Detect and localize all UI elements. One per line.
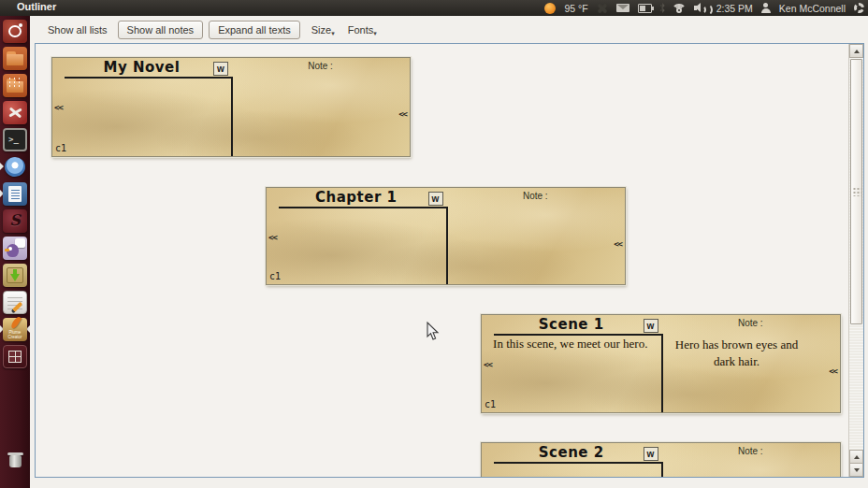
title-underline xyxy=(65,77,231,79)
system-tray: 95 °F 2:35 PM Ken McConnell xyxy=(544,0,864,16)
dash-home-icon[interactable] xyxy=(3,20,27,43)
note-label: Note : xyxy=(231,61,410,71)
card-tag: c1 xyxy=(485,399,496,409)
size-menu[interactable]: Size▾ xyxy=(310,22,337,38)
files-icon[interactable] xyxy=(3,47,27,70)
user-icon[interactable] xyxy=(761,3,771,13)
scroll-up-button-bottom[interactable] xyxy=(849,450,863,464)
system-settings-icon[interactable] xyxy=(3,101,27,124)
workspace-switcher-icon[interactable] xyxy=(3,345,27,368)
desktop: Outliner 95 °F 2:35 PM Ken McConnell >_ … xyxy=(0,0,868,488)
card-title[interactable]: My Novel xyxy=(52,59,231,76)
card-scene-1[interactable]: Scene 1 w Note : In this scene, we meet … xyxy=(481,314,841,413)
collapse-right-icon[interactable]: << xyxy=(829,366,837,376)
arrow-up-icon xyxy=(854,50,860,53)
collapse-right-icon[interactable]: << xyxy=(398,109,407,119)
scrivener-icon[interactable]: S xyxy=(3,209,27,233)
note-text[interactable]: Hero has brown eyes and dark hair. xyxy=(667,337,807,369)
card-title[interactable]: Scene 1 xyxy=(482,316,661,333)
fonts-menu[interactable]: Fonts▾ xyxy=(346,22,379,38)
mouse-cursor-icon xyxy=(427,322,440,341)
grip-dots-icon xyxy=(852,187,861,196)
terminal-icon[interactable]: >_ xyxy=(3,128,27,151)
scroll-down-button[interactable] xyxy=(849,463,863,477)
weather-sun-icon[interactable] xyxy=(544,3,556,14)
scroll-up-button[interactable] xyxy=(849,44,863,58)
package-downloader-icon[interactable] xyxy=(3,264,27,287)
title-underline xyxy=(494,334,661,336)
card-my-novel[interactable]: My Novel w Note : << << c1 xyxy=(51,57,411,157)
card-text[interactable]: In this scene, we meet our hero. xyxy=(485,337,656,352)
card-chapter-1[interactable]: Chapter 1 w Note : << << c1 xyxy=(266,187,626,285)
session-gear-icon[interactable] xyxy=(854,3,864,13)
plume-creator-icon[interactable]: Plume Creator xyxy=(3,318,27,341)
collapse-left-icon[interactable]: << xyxy=(54,103,63,112)
toolbar: Show all lists Show all notes Expand all… xyxy=(30,16,868,43)
wrap-button[interactable]: w xyxy=(428,192,443,206)
trash-icon[interactable] xyxy=(3,448,27,471)
card-title[interactable]: Scene 2 xyxy=(482,444,661,461)
mail-icon[interactable] xyxy=(616,4,629,12)
wifi-icon[interactable] xyxy=(673,4,686,12)
archive-icon[interactable] xyxy=(3,74,27,97)
top-panel: Outliner 95 °F 2:35 PM Ken McConnell xyxy=(0,0,868,16)
volume-icon[interactable] xyxy=(694,3,708,13)
card-scene-2[interactable]: Scene 2 w Note : << << c1 xyxy=(481,442,841,478)
card-divider xyxy=(231,77,233,156)
scrollbar-thumb[interactable] xyxy=(850,59,862,324)
collapse-left-icon[interactable]: << xyxy=(484,360,492,369)
collapse-right-icon[interactable]: << xyxy=(614,239,622,249)
note-label: Note : xyxy=(661,446,841,456)
clock[interactable]: 2:35 PM xyxy=(716,3,753,14)
user-name[interactable]: Ken McConnell xyxy=(779,3,846,14)
arrow-up-icon xyxy=(854,455,860,459)
outline-canvas[interactable]: My Novel w Note : << << c1 Chapter 1 w N… xyxy=(35,43,864,478)
card-tag: c1 xyxy=(55,143,66,153)
outliner-window: Show all lists Show all notes Expand all… xyxy=(30,16,868,488)
chromium-icon[interactable] xyxy=(3,155,27,179)
unity-launcher: >_ S Plume Creator xyxy=(0,16,30,488)
wrap-button[interactable]: w xyxy=(644,319,658,333)
app-indicator-icon[interactable] xyxy=(597,3,608,14)
expand-all-texts-button[interactable]: Expand all texts xyxy=(209,21,300,39)
battery-icon[interactable] xyxy=(638,4,652,13)
title-underline xyxy=(279,207,446,208)
collapse-left-icon[interactable]: << xyxy=(268,233,277,242)
bluetooth-icon[interactable] xyxy=(660,3,665,13)
wrap-button[interactable]: w xyxy=(213,62,228,76)
pidgin-icon[interactable] xyxy=(3,237,27,260)
card-divider xyxy=(446,207,448,284)
note-label: Note : xyxy=(446,191,626,201)
chevron-down-icon: ▾ xyxy=(331,30,335,36)
note-label: Note : xyxy=(661,318,841,328)
app-title: Outliner xyxy=(17,1,56,12)
card-divider xyxy=(661,462,663,478)
title-underline xyxy=(494,462,661,464)
card-title[interactable]: Chapter 1 xyxy=(267,189,446,206)
card-tag: c1 xyxy=(269,271,281,281)
show-all-lists-button[interactable]: Show all lists xyxy=(43,22,112,38)
chevron-down-icon: ▾ xyxy=(373,30,377,36)
weather-temp[interactable]: 95 °F xyxy=(564,3,587,14)
text-editor-icon[interactable] xyxy=(3,291,27,314)
show-all-notes-button[interactable]: Show all notes xyxy=(118,21,204,39)
writer-icon[interactable] xyxy=(3,182,27,206)
card-divider xyxy=(661,334,663,412)
arrow-down-icon xyxy=(854,468,860,472)
vertical-scrollbar[interactable] xyxy=(848,44,863,477)
wrap-button[interactable]: w xyxy=(644,447,658,461)
